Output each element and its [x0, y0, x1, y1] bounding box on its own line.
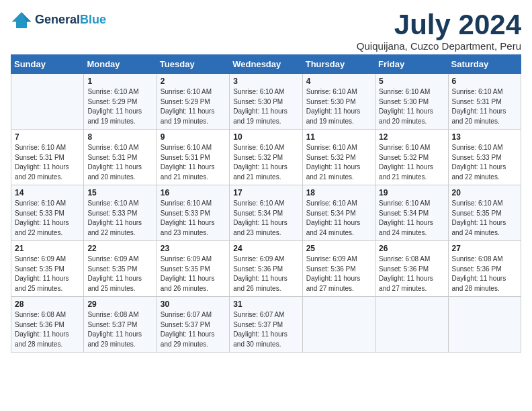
calendar-cell: 16Sunrise: 6:10 AMSunset: 5:33 PMDayligh… — [157, 185, 229, 241]
day-info: Sunrise: 6:10 AMSunset: 5:33 PMDaylight:… — [87, 199, 152, 238]
calendar-week-row: 1Sunrise: 6:10 AMSunset: 5:29 PMDaylight… — [11, 74, 521, 130]
day-number: 26 — [379, 244, 444, 253]
calendar-week-row: 28Sunrise: 6:08 AMSunset: 5:36 PMDayligh… — [11, 297, 521, 353]
day-info: Sunrise: 6:10 AMSunset: 5:31 PMDaylight:… — [15, 143, 80, 182]
day-number: 14 — [15, 188, 80, 197]
day-info: Sunrise: 6:08 AMSunset: 5:36 PMDaylight:… — [379, 255, 444, 293]
day-number: 30 — [161, 300, 226, 309]
location: Quiquijana, Cuzco Department, Peru — [357, 40, 521, 52]
weekday-header-row: SundayMondayTuesdayWednesdayThursdayFrid… — [11, 55, 521, 74]
calendar-cell: 5Sunrise: 6:10 AMSunset: 5:30 PMDaylight… — [375, 74, 448, 130]
day-info: Sunrise: 6:08 AMSunset: 5:37 PMDaylight:… — [87, 310, 152, 349]
calendar-cell — [11, 74, 84, 130]
day-info: Sunrise: 6:10 AMSunset: 5:34 PMDaylight:… — [306, 199, 371, 238]
calendar-cell: 10Sunrise: 6:10 AMSunset: 5:32 PMDayligh… — [230, 130, 302, 185]
day-info: Sunrise: 6:08 AMSunset: 5:36 PMDaylight:… — [452, 255, 517, 293]
calendar-cell: 3Sunrise: 6:10 AMSunset: 5:30 PMDaylight… — [230, 74, 302, 130]
page-header: GeneralBlue July 2024 Quiquijana, Cuzco … — [11, 11, 521, 52]
calendar-cell: 1Sunrise: 6:10 AMSunset: 5:29 PMDaylight… — [84, 74, 157, 130]
calendar-cell: 17Sunrise: 6:10 AMSunset: 5:34 PMDayligh… — [230, 185, 302, 241]
day-number: 11 — [306, 132, 371, 142]
day-number: 25 — [306, 244, 371, 253]
calendar-cell: 15Sunrise: 6:10 AMSunset: 5:33 PMDayligh… — [84, 185, 157, 241]
day-number: 6 — [452, 77, 517, 86]
calendar-cell: 8Sunrise: 6:10 AMSunset: 5:31 PMDaylight… — [84, 130, 157, 185]
day-number: 15 — [87, 188, 152, 197]
weekday-header-sunday: Sunday — [11, 55, 84, 74]
calendar-cell: 13Sunrise: 6:10 AMSunset: 5:33 PMDayligh… — [448, 130, 521, 185]
day-info: Sunrise: 6:10 AMSunset: 5:29 PMDaylight:… — [87, 87, 152, 126]
calendar-week-row: 21Sunrise: 6:09 AMSunset: 5:35 PMDayligh… — [11, 241, 521, 297]
day-number: 10 — [233, 132, 298, 142]
day-number: 7 — [15, 132, 80, 142]
day-info: Sunrise: 6:09 AMSunset: 5:36 PMDaylight:… — [306, 255, 371, 293]
weekday-header-tuesday: Tuesday — [157, 55, 229, 74]
day-info: Sunrise: 6:07 AMSunset: 5:37 PMDaylight:… — [233, 310, 298, 349]
day-info: Sunrise: 6:10 AMSunset: 5:33 PMDaylight:… — [452, 143, 517, 182]
day-info: Sunrise: 6:10 AMSunset: 5:34 PMDaylight:… — [233, 199, 298, 238]
day-info: Sunrise: 6:10 AMSunset: 5:31 PMDaylight:… — [452, 87, 517, 126]
weekday-header-saturday: Saturday — [448, 55, 521, 74]
calendar-week-row: 14Sunrise: 6:10 AMSunset: 5:33 PMDayligh… — [11, 185, 521, 241]
day-number: 19 — [379, 188, 444, 197]
day-number: 18 — [306, 188, 371, 197]
day-info: Sunrise: 6:10 AMSunset: 5:32 PMDaylight:… — [306, 143, 371, 182]
weekday-header-monday: Monday — [84, 55, 157, 74]
day-info: Sunrise: 6:10 AMSunset: 5:34 PMDaylight:… — [379, 199, 444, 238]
day-number: 20 — [452, 188, 517, 197]
day-number: 24 — [233, 244, 298, 253]
day-info: Sunrise: 6:10 AMSunset: 5:33 PMDaylight:… — [161, 199, 226, 238]
calendar-week-row: 7Sunrise: 6:10 AMSunset: 5:31 PMDaylight… — [11, 130, 521, 185]
day-number: 31 — [233, 300, 298, 309]
weekday-header-wednesday: Wednesday — [230, 55, 302, 74]
day-number: 1 — [87, 77, 152, 86]
day-number: 28 — [15, 300, 80, 309]
calendar-cell: 4Sunrise: 6:10 AMSunset: 5:30 PMDaylight… — [302, 74, 375, 130]
day-number: 3 — [233, 77, 298, 86]
calendar-cell: 25Sunrise: 6:09 AMSunset: 5:36 PMDayligh… — [302, 241, 375, 297]
calendar-cell: 27Sunrise: 6:08 AMSunset: 5:36 PMDayligh… — [448, 241, 521, 297]
calendar-cell: 21Sunrise: 6:09 AMSunset: 5:35 PMDayligh… — [11, 241, 84, 297]
calendar-cell — [375, 297, 448, 353]
calendar-cell: 6Sunrise: 6:10 AMSunset: 5:31 PMDaylight… — [448, 74, 521, 130]
calendar-cell — [448, 297, 521, 353]
day-info: Sunrise: 6:09 AMSunset: 5:35 PMDaylight:… — [161, 255, 226, 293]
calendar-cell: 12Sunrise: 6:10 AMSunset: 5:32 PMDayligh… — [375, 130, 448, 185]
day-info: Sunrise: 6:10 AMSunset: 5:30 PMDaylight:… — [379, 87, 444, 126]
month-title: July 2024 — [357, 11, 521, 39]
day-number: 5 — [379, 77, 444, 86]
calendar-cell: 30Sunrise: 6:07 AMSunset: 5:37 PMDayligh… — [157, 297, 229, 353]
day-info: Sunrise: 6:09 AMSunset: 5:36 PMDaylight:… — [233, 255, 298, 293]
calendar-cell: 2Sunrise: 6:10 AMSunset: 5:29 PMDaylight… — [157, 74, 229, 130]
calendar-table: SundayMondayTuesdayWednesdayThursdayFrid… — [11, 54, 521, 353]
calendar-cell: 28Sunrise: 6:08 AMSunset: 5:36 PMDayligh… — [11, 297, 84, 353]
calendar-cell: 22Sunrise: 6:09 AMSunset: 5:35 PMDayligh… — [84, 241, 157, 297]
calendar-cell: 18Sunrise: 6:10 AMSunset: 5:34 PMDayligh… — [302, 185, 375, 241]
day-info: Sunrise: 6:08 AMSunset: 5:36 PMDaylight:… — [15, 310, 80, 349]
day-info: Sunrise: 6:10 AMSunset: 5:30 PMDaylight:… — [233, 87, 298, 126]
day-number: 13 — [452, 132, 517, 142]
day-number: 27 — [452, 244, 517, 253]
weekday-header-thursday: Thursday — [302, 55, 375, 74]
day-number: 21 — [15, 244, 80, 253]
logo-icon — [11, 11, 32, 30]
day-info: Sunrise: 6:10 AMSunset: 5:35 PMDaylight:… — [452, 199, 517, 238]
calendar-cell: 29Sunrise: 6:08 AMSunset: 5:37 PMDayligh… — [84, 297, 157, 353]
logo-text: GeneralBlue — [35, 13, 106, 27]
day-info: Sunrise: 6:09 AMSunset: 5:35 PMDaylight:… — [87, 255, 152, 293]
day-number: 8 — [87, 132, 152, 142]
day-number: 16 — [161, 188, 226, 197]
calendar-cell: 7Sunrise: 6:10 AMSunset: 5:31 PMDaylight… — [11, 130, 84, 185]
day-number: 4 — [306, 77, 371, 86]
day-number: 23 — [161, 244, 226, 253]
calendar-cell: 14Sunrise: 6:10 AMSunset: 5:33 PMDayligh… — [11, 185, 84, 241]
day-number: 29 — [87, 300, 152, 309]
calendar-cell: 9Sunrise: 6:10 AMSunset: 5:31 PMDaylight… — [157, 130, 229, 185]
day-info: Sunrise: 6:09 AMSunset: 5:35 PMDaylight:… — [15, 255, 80, 293]
day-info: Sunrise: 6:10 AMSunset: 5:29 PMDaylight:… — [161, 87, 226, 126]
weekday-header-friday: Friday — [375, 55, 448, 74]
calendar-cell: 26Sunrise: 6:08 AMSunset: 5:36 PMDayligh… — [375, 241, 448, 297]
day-number: 17 — [233, 188, 298, 197]
day-info: Sunrise: 6:10 AMSunset: 5:30 PMDaylight:… — [306, 87, 371, 126]
title-block: July 2024 Quiquijana, Cuzco Department, … — [357, 11, 521, 52]
